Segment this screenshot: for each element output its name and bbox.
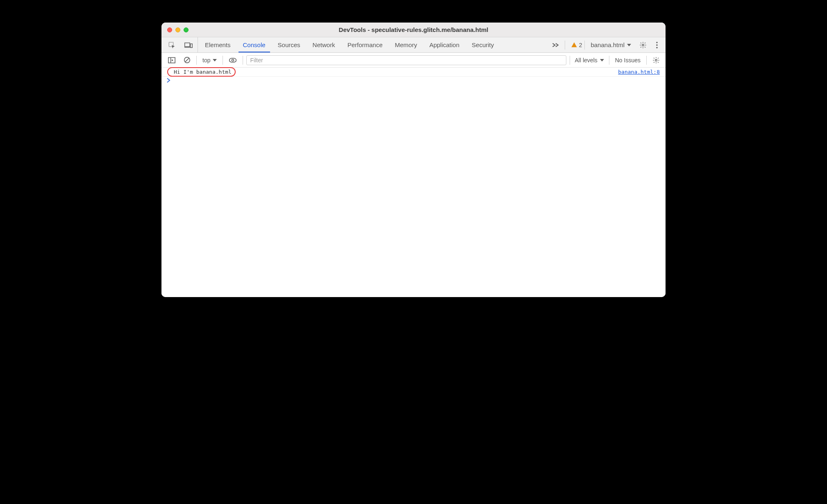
separator (196, 56, 197, 65)
svg-point-5 (656, 41, 658, 43)
svg-point-4 (642, 44, 644, 46)
filter-input[interactable] (246, 55, 566, 65)
tab-memory[interactable]: Memory (389, 37, 423, 52)
svg-point-14 (655, 59, 657, 61)
levels-label: All levels (575, 57, 598, 64)
separator (565, 41, 565, 50)
tab-label: Sources (278, 41, 300, 48)
console-log-row[interactable]: Hi I'm banana.html banana.html:8 (161, 68, 666, 77)
target-label: banana.html (591, 41, 625, 48)
tab-label: Application (429, 41, 459, 48)
settings-gear-icon[interactable] (637, 40, 649, 50)
issues-label: No Issues (615, 57, 641, 64)
target-selector[interactable]: banana.html (587, 41, 634, 48)
live-expression-icon[interactable] (226, 55, 239, 65)
issues-button[interactable]: No Issues (613, 57, 643, 64)
console-prompt[interactable] (161, 77, 666, 85)
tab-label: Network (313, 41, 335, 48)
tab-network[interactable]: Network (307, 37, 341, 52)
separator (223, 56, 223, 65)
log-levels-selector[interactable]: All levels (573, 57, 606, 64)
separator (584, 41, 585, 50)
svg-point-13 (232, 59, 234, 61)
svg-rect-1 (185, 43, 190, 46)
context-label: top (202, 57, 210, 64)
tab-label: Console (243, 41, 266, 48)
chevron-down-icon (627, 43, 631, 47)
traffic-lights (161, 27, 189, 32)
console-settings-gear-icon[interactable] (650, 55, 662, 66)
tab-label: Security (472, 41, 494, 48)
window-zoom-button[interactable] (184, 27, 189, 32)
svg-point-7 (656, 47, 658, 48)
svg-point-6 (656, 44, 658, 46)
separator (570, 56, 570, 65)
more-tabs-icon[interactable] (549, 40, 562, 50)
tab-sources[interactable]: Sources (272, 37, 307, 52)
toggle-sidebar-icon[interactable] (166, 55, 178, 65)
window-minimize-button[interactable] (175, 27, 180, 32)
tab-application[interactable]: Application (423, 37, 466, 52)
tab-label: Memory (395, 41, 417, 48)
tab-label: Elements (205, 41, 231, 48)
tab-elements[interactable]: Elements (199, 37, 237, 52)
separator (243, 56, 243, 65)
window-close-button[interactable] (167, 27, 172, 32)
clear-console-icon[interactable] (181, 55, 193, 65)
console-toolbar: top All levels No Issues (161, 53, 666, 68)
titlebar: DevTools - speculative-rules.glitch.me/b… (161, 23, 666, 37)
inspect-element-icon[interactable] (166, 40, 178, 50)
warnings-count[interactable]: 2 (568, 42, 582, 48)
svg-rect-3 (191, 43, 193, 47)
window-title: DevTools - speculative-rules.glitch.me/b… (161, 26, 666, 33)
kebab-menu-icon[interactable] (652, 40, 662, 50)
tabs-bar: Elements Console Sources Network Perform… (161, 37, 666, 53)
separator (646, 56, 647, 65)
tab-label: Performance (348, 41, 383, 48)
tab-performance[interactable]: Performance (341, 37, 389, 52)
separator (609, 56, 609, 65)
console-log-message: Hi I'm banana.html (174, 69, 232, 75)
tab-console[interactable]: Console (237, 37, 272, 52)
svg-line-12 (185, 58, 189, 62)
chevron-right-icon (166, 78, 170, 83)
tab-security[interactable]: Security (466, 37, 500, 52)
console-source-link[interactable]: banana.html:8 (618, 69, 660, 75)
chevron-down-icon (213, 58, 217, 62)
devtools-window: DevTools - speculative-rules.glitch.me/b… (161, 23, 666, 297)
device-toolbar-icon[interactable] (182, 40, 195, 50)
svg-marker-10 (172, 59, 173, 61)
console-output: Hi I'm banana.html banana.html:8 (161, 68, 666, 297)
chevron-down-icon (600, 58, 604, 62)
execution-context-selector[interactable]: top (200, 56, 219, 64)
warnings-count-value: 2 (579, 42, 582, 48)
